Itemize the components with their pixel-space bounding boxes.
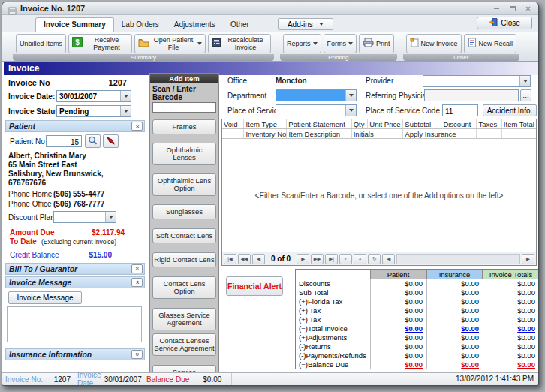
new-invoice-button[interactable]: New Invoice <box>406 34 462 53</box>
fin-total-value[interactable]: $0.00 <box>483 324 539 333</box>
chevron-down-icon <box>197 42 202 45</box>
place-of-service-combo[interactable] <box>276 104 357 116</box>
nav-prev-page-button[interactable]: ◀◀ <box>238 254 251 264</box>
printer-icon <box>363 37 374 50</box>
forms-button[interactable]: Forms <box>324 34 357 53</box>
invoice-message-textarea[interactable] <box>7 306 142 342</box>
fin-patient-value: $0.00 <box>370 279 426 288</box>
add-ophthalmic-lens-option-button[interactable]: Ophthalmic Lens Option <box>152 173 216 196</box>
col-blank2 <box>477 129 501 138</box>
credit-balance-label: Credit Balance <box>10 251 59 259</box>
add-glasses-service-agreement-button[interactable]: Glasses Service Agreement <box>152 308 216 330</box>
nav-cancel-button[interactable]: × <box>354 254 366 264</box>
chevron-down-icon[interactable] <box>345 90 356 101</box>
chevron-down-icon[interactable] <box>345 105 356 116</box>
close-window-button[interactable]: × <box>522 5 534 13</box>
fin-insurance-value[interactable]: $0.00 <box>426 324 483 333</box>
chevron-down-icon <box>319 23 324 26</box>
nav-first-button[interactable]: |◀ <box>224 254 236 264</box>
reports-button[interactable]: Reports <box>283 34 321 53</box>
place-of-service-code-input[interactable] <box>442 104 478 116</box>
fin-patient-value: $0.00 <box>370 351 426 360</box>
fin-insurance-value: $0.00 <box>426 342 483 351</box>
nav-next-button[interactable]: ▶ <box>297 254 309 264</box>
tab-adjustments[interactable]: Adjustments <box>167 18 223 32</box>
phone-office-label: Phone Office <box>8 200 52 208</box>
invoice-date-combo[interactable]: 30/01/2007 <box>56 90 131 102</box>
chevron-down-icon[interactable] <box>120 106 131 116</box>
grid-body: <Either Scan/Enter a Barcode, or select … <box>222 139 536 252</box>
close-form-button[interactable]: Close <box>477 17 532 29</box>
provider-combo[interactable] <box>423 75 531 87</box>
add-item-panel: Add Item Scan / Enter Barcode Frames Oph… <box>149 73 219 386</box>
nav-commit-button[interactable]: ✓ <box>339 254 352 264</box>
discount-plan-combo[interactable] <box>53 211 116 223</box>
grid-header-row2: Inventory No. Item Description Initials … <box>222 129 536 139</box>
search-icon <box>88 136 98 147</box>
invoice-no-value: 1207 <box>80 78 127 87</box>
open-patient-file-button[interactable]: Open Patient File <box>134 34 206 53</box>
hscroll-left-button[interactable]: ◀ <box>382 254 395 264</box>
addins-button[interactable]: Add-ins <box>278 18 333 30</box>
chevron-down-icon[interactable] <box>105 212 116 222</box>
add-frames-button[interactable]: Frames <box>152 119 216 134</box>
nav-prev-button[interactable]: ◀ <box>252 254 265 264</box>
referring-physician-input[interactable] <box>424 89 519 101</box>
invoice-status-combo[interactable]: Pending <box>56 105 131 117</box>
print-button[interactable]: Print <box>359 34 394 53</box>
add-soft-contact-lens-button[interactable]: Soft Contact Lens <box>152 228 216 243</box>
horizontal-scrollbar[interactable] <box>396 254 520 264</box>
fin-total-value: $0.00 <box>483 306 539 315</box>
department-combo[interactable] <box>276 89 357 101</box>
bill-to-header-label: Bill To / Guarantor <box>9 264 77 273</box>
close-form-label: Close <box>501 19 520 27</box>
patient-edit-button[interactable] <box>103 134 119 148</box>
tab-invoice-summary[interactable]: Invoice Summary <box>35 17 114 32</box>
collapse-invoice-message-button[interactable] <box>131 278 143 287</box>
recalculate-invoice-button[interactable]: Recalculate Invoice <box>208 34 271 53</box>
amount-due-label-line2: To Date <box>10 237 37 246</box>
nav-refresh-button[interactable]: ↻ <box>368 254 381 264</box>
chevron-down-icon[interactable] <box>519 76 530 86</box>
hscroll-right-button[interactable]: ▶ <box>522 254 534 264</box>
patient-search-button[interactable] <box>85 134 101 148</box>
fin-row-florida-tax: (+)Florida Tax $0.00 $0.00 $0.00 <box>296 297 539 306</box>
status-invoice-no-label: Invoice No. <box>5 375 43 384</box>
expand-bill-to-button[interactable] <box>131 264 143 273</box>
fin-row-total-invoice: (=)Total Invoice $0.00 $0.00 $0.00 <box>296 324 539 333</box>
chevron-down-icon[interactable] <box>120 91 131 101</box>
expand-insurance-button[interactable] <box>131 350 143 359</box>
maximize-button[interactable] <box>507 5 518 13</box>
fin-label: (+)Florida Tax <box>296 297 370 306</box>
tab-lab-orders[interactable]: Lab Orders <box>114 18 167 32</box>
tab-other[interactable]: Other <box>223 18 257 32</box>
barcode-input[interactable] <box>152 102 216 113</box>
add-sunglasses-button[interactable]: Sunglasses <box>152 204 216 219</box>
add-contact-lenses-service-agreement-button[interactable]: Contact Lenses Service Agreement <box>152 333 216 356</box>
close-icon: × <box>525 5 530 12</box>
invoice-message-button[interactable]: Invoice Message <box>8 291 82 304</box>
add-ophthalmic-lenses-button[interactable]: Ophthalmic Lenses <box>152 143 216 165</box>
fin-col-spacer <box>296 270 370 279</box>
receive-payment-button[interactable]: $ Receive Payment <box>68 34 132 53</box>
ribbon-group-summary: Unbilled Items $ Receive Payment Open Pa… <box>13 33 274 61</box>
patient-no-input[interactable] <box>46 135 82 147</box>
accident-info-button[interactable]: Accident Info. <box>483 104 537 116</box>
fin-patient-value[interactable]: $0.00 <box>370 324 426 333</box>
add-contact-lens-option-button[interactable]: Contact Lens Option <box>152 276 216 299</box>
nav-next-page-button[interactable]: ▶▶ <box>311 254 324 264</box>
financial-alert-button[interactable]: Financial Alert <box>226 276 283 296</box>
unbilled-items-button[interactable]: Unbilled Items <box>16 34 66 53</box>
col-initials: Initials <box>352 129 404 138</box>
collapse-patient-button[interactable] <box>131 122 143 131</box>
col-item-type: Item Type <box>244 119 287 128</box>
fin-total-value: $0.00 <box>483 360 539 369</box>
minimize-button[interactable] <box>491 5 502 13</box>
new-recall-button[interactable]: New Recall <box>464 34 517 53</box>
add-rigid-contact-lens-button[interactable]: Rigid Contact Lens <box>152 252 216 267</box>
record-counter: 0 of 0 <box>266 255 295 263</box>
referring-physician-browse-button[interactable]: … <box>520 89 531 101</box>
col-item-description: Item Description <box>287 129 351 138</box>
nav-last-button[interactable]: ▶| <box>325 254 338 264</box>
fin-insurance-value: $0.00 <box>426 360 483 369</box>
